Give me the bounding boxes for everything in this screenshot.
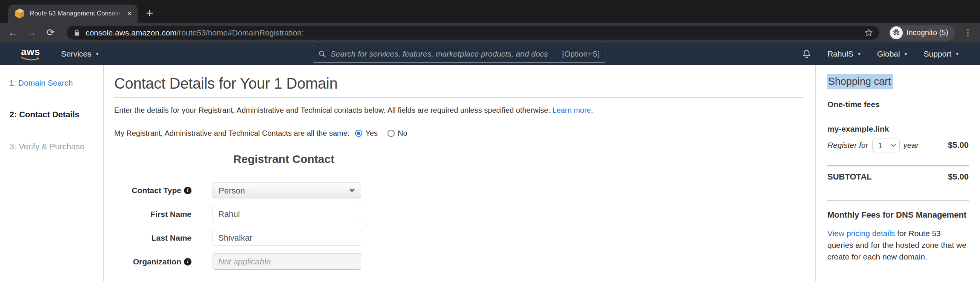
cart-register-row: Register for 1 year $5.00 (827, 138, 969, 152)
radio-no-icon[interactable] (388, 130, 395, 137)
title-divider (114, 97, 803, 98)
contacts-same-question: My Registrant, Administrative and Techni… (114, 129, 349, 138)
url-text: console.aws.amazon.com/route53/home#Doma… (86, 28, 864, 37)
bookmark-star-icon[interactable] (864, 28, 874, 38)
register-for-label: Register for (827, 140, 869, 150)
first-name-label: First Name (150, 210, 191, 219)
learn-more-link[interactable]: Learn more. (552, 106, 593, 114)
wizard-steps-sidebar: 1: Domain Search 2: Contact Details 3: V… (0, 65, 103, 281)
cart-title: Shopping cart (827, 76, 969, 88)
cart-divider (827, 200, 969, 201)
radio-no-label: No (398, 129, 407, 138)
chevron-down-icon: ▼ (95, 52, 100, 56)
first-name-label-cell: First Name (114, 210, 191, 219)
radio-yes-label: Yes (365, 129, 378, 138)
url-path: /route53/home#DomainRegistration: (177, 28, 304, 37)
aws-logo-text: aws (21, 47, 40, 57)
support-label: Support (924, 49, 952, 59)
last-name-input[interactable] (213, 230, 361, 246)
step-verify-purchase: 3: Verify & Purchase (10, 142, 100, 152)
organization-input[interactable] (213, 254, 361, 270)
last-name-row: Last Name (114, 230, 453, 246)
radio-option-no[interactable]: No (388, 129, 407, 138)
url-domain: console.aws.amazon.com (86, 28, 177, 37)
cart-title-highlighted-text: Shopping cart (827, 74, 893, 89)
address-bar[interactable]: console.aws.amazon.com/route53/home#Doma… (67, 26, 879, 40)
subtotal-label: SUBTOTAL (827, 172, 872, 182)
main-panel: Contact Details for Your 1 Domain Enter … (103, 65, 815, 281)
notifications-bell-icon[interactable] (802, 49, 811, 59)
page-description: Enter the details for your Registrant, A… (114, 106, 815, 115)
tab-close-icon[interactable]: ✕ (126, 10, 133, 18)
aws-search-box[interactable]: Search for services, features, marketpla… (313, 45, 605, 62)
tab-strip: Route 53 Management Console ✕ + (0, 0, 980, 22)
aws-navbar: aws Services ▼ Search for services, feat… (0, 43, 980, 65)
page-title: Contact Details for Your 1 Domain (114, 75, 815, 92)
incognito-icon (890, 26, 903, 39)
contact-type-label: Contact Type (132, 186, 181, 195)
contact-type-row: Contact Type i Person (114, 182, 453, 198)
item-price: $5.00 (948, 140, 969, 150)
organization-label: Organization (133, 257, 181, 266)
back-icon[interactable]: ← (8, 27, 19, 38)
forward-icon[interactable]: → (26, 27, 38, 38)
registrant-contact-form: Registrant Contact Contact Type i Person (114, 153, 453, 270)
contacts-same-row: My Registrant, Administrative and Techni… (114, 129, 815, 138)
support-menu[interactable]: Support ▼ (924, 49, 959, 59)
monthly-fees-text: View pricing details for Route 53 querie… (827, 227, 969, 262)
step-domain-search-link[interactable]: 1: Domain Search (10, 78, 73, 87)
browser-menu-icon[interactable]: ⋮ (963, 27, 972, 38)
aws-logo[interactable]: aws (21, 47, 40, 61)
organization-row: Organization i (114, 254, 453, 270)
last-name-label-cell: Last Name (114, 233, 191, 243)
radio-option-yes[interactable]: Yes (355, 129, 378, 138)
cart-item-domain: my-example.link (827, 125, 969, 134)
one-time-fees-heading: One-time fees (827, 100, 969, 109)
subtotal-row: SUBTOTAL $5.00 (827, 172, 969, 182)
lock-icon (73, 28, 81, 37)
incognito-label: Incognito (5) (907, 28, 948, 37)
description-text: Enter the details for your Registrant, A… (114, 106, 550, 114)
registration-years-select[interactable]: 1 (872, 138, 900, 152)
browser-tab[interactable]: Route 53 Management Console ✕ (8, 5, 138, 22)
region-label: Global (877, 49, 900, 59)
aws-smile-icon (21, 57, 40, 61)
monthly-fees-heading: Monthly Fees for DNS Management (827, 210, 969, 220)
route53-favicon-cube-icon (14, 8, 25, 20)
info-icon[interactable]: i (184, 187, 191, 194)
last-name-label: Last Name (151, 233, 191, 243)
services-menu[interactable]: Services ▼ (61, 49, 99, 59)
shopping-cart-panel: Shopping cart One-time fees my-example.l… (815, 65, 980, 281)
new-tab-button[interactable]: + (143, 6, 156, 20)
reload-icon[interactable]: ⟳ (45, 27, 56, 38)
first-name-input[interactable] (213, 206, 361, 222)
region-menu[interactable]: Global ▼ (877, 49, 908, 59)
browser-toolbar: ← → ⟳ console.aws.amazon.com/route53/hom… (0, 22, 980, 43)
first-name-row: First Name (114, 206, 453, 222)
tab-title: Route 53 Management Console (30, 10, 126, 18)
account-menu[interactable]: RahulS ▼ (827, 49, 861, 59)
search-shortcut: [Option+S] (562, 49, 600, 59)
info-icon[interactable]: i (184, 258, 191, 265)
incognito-badge: Incognito (5) (888, 25, 955, 41)
chevron-down-icon: ▼ (904, 52, 908, 56)
cart-divider (827, 114, 969, 114)
services-label: Services (61, 49, 92, 59)
radio-yes-selected-icon[interactable] (355, 130, 362, 137)
chevron-down-icon: ▼ (955, 52, 959, 56)
navbar-right-group: RahulS ▼ Global ▼ Support ▼ (802, 43, 959, 65)
browser-window: Route 53 Management Console ✕ + ← → ⟳ co… (0, 0, 980, 281)
subtotal-divider (827, 166, 969, 166)
step-contact-details: 2: Contact Details (10, 110, 100, 120)
view-pricing-details-link[interactable]: View pricing details (827, 229, 895, 238)
contact-type-select[interactable]: Person (213, 182, 361, 198)
form-heading: Registrant Contact (114, 153, 453, 166)
account-name: RahulS (827, 49, 853, 59)
page-content: 1: Domain Search 2: Contact Details 3: V… (0, 65, 980, 281)
year-label: year (904, 140, 919, 150)
chevron-down-icon: ▼ (857, 52, 861, 56)
contact-type-label-cell: Contact Type i (114, 186, 191, 195)
step-domain-search[interactable]: 1: Domain Search (10, 78, 100, 88)
organization-label-cell: Organization i (114, 257, 191, 266)
search-placeholder: Search for services, features, marketpla… (331, 49, 562, 59)
